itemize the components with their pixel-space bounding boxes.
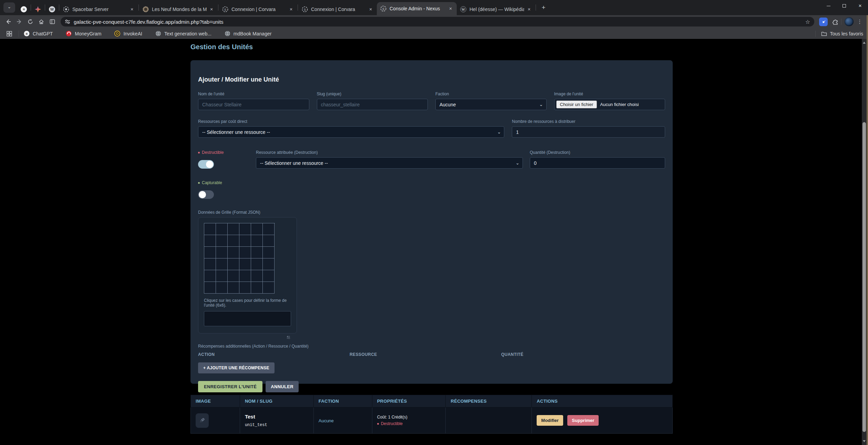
grid-cell[interactable]: [204, 223, 216, 235]
pinned-tab-openai[interactable]: ✳: [17, 3, 30, 15]
grid-cell[interactable]: [251, 235, 263, 247]
field-cost-amount: Nombre de ressources à distribuer: [512, 119, 665, 138]
tab-close-button[interactable]: [448, 6, 453, 11]
tab-search-button[interactable]: [3, 2, 15, 13]
back-button[interactable]: [3, 16, 14, 27]
scrollbar-thumb[interactable]: [862, 122, 866, 432]
tab-hel-wikipedia[interactable]: W Hel (déesse) — Wikipédia: [457, 3, 535, 15]
destruction-qty-input[interactable]: [530, 157, 665, 169]
grid-cell[interactable]: [239, 270, 251, 282]
all-bookmarks-button[interactable]: Tous les favoris: [815, 31, 863, 37]
pinned-tab-gemini[interactable]: [31, 3, 44, 15]
tab-console-admin-nexus-active[interactable]: S Console Admin - Nexus: [377, 2, 457, 15]
grid-cell[interactable]: [204, 258, 216, 270]
address-bar[interactable]: galactic-pve-conquest-c7fe.dev.flatlogic…: [61, 17, 814, 27]
grid-cell[interactable]: [228, 282, 239, 294]
bookmark-chatgpt[interactable]: ✳ ChatGPT: [24, 31, 53, 36]
grid-cell[interactable]: [251, 258, 263, 270]
maximize-button[interactable]: [836, 0, 852, 12]
grid-cell[interactable]: [228, 223, 239, 235]
edit-unit-button[interactable]: Modifier: [537, 415, 563, 426]
grid-json-textarea[interactable]: [204, 311, 291, 326]
faction-select[interactable]: Aucune: [435, 99, 547, 110]
delete-unit-button[interactable]: Supprimer: [567, 415, 599, 426]
cancel-button[interactable]: ANNULER: [266, 381, 299, 392]
bookmark-invokeai[interactable]: InvokeAI: [114, 31, 142, 36]
grid-cell[interactable]: [216, 270, 228, 282]
bookmark-moneygram[interactable]: MoneyGram: [66, 31, 101, 36]
cost-resource-select[interactable]: -- Sélectionner une ressource --: [198, 126, 504, 138]
grid-cell[interactable]: [228, 258, 239, 270]
reload-icon: [27, 19, 33, 25]
scrollbar-up-arrow[interactable]: [862, 41, 867, 45]
grid-cell[interactable]: [263, 270, 275, 282]
page-scrollbar[interactable]: [862, 39, 867, 445]
grid-cell[interactable]: [216, 247, 228, 258]
grid-cell[interactable]: [251, 247, 263, 258]
bookmark-label: ChatGPT: [33, 31, 53, 36]
tab-close-button[interactable]: [129, 7, 135, 12]
side-panel-button[interactable]: [47, 16, 58, 27]
grid-cell[interactable]: [263, 247, 275, 258]
grid-cell[interactable]: [251, 223, 263, 235]
grid-cell[interactable]: [216, 258, 228, 270]
new-tab-button[interactable]: [538, 2, 549, 13]
bookmark-star-icon[interactable]: [805, 19, 810, 25]
grid-cell[interactable]: [216, 282, 228, 294]
tab-close-button[interactable]: [526, 7, 532, 12]
grid-cell[interactable]: [216, 223, 228, 235]
cell-image: [191, 407, 240, 434]
cost-amount-input[interactable]: [512, 126, 665, 138]
svg-text:✳: ✳: [25, 32, 28, 36]
scrollbar-down-arrow[interactable]: [862, 439, 867, 444]
grid-cell[interactable]: [239, 258, 251, 270]
tab-close-button[interactable]: [368, 7, 373, 12]
grid-cell[interactable]: [263, 258, 275, 270]
tab-connexion-corvara-1[interactable]: S Connexion | Corvara: [219, 3, 297, 15]
grid-cell[interactable]: [251, 282, 263, 294]
forward-button[interactable]: [14, 16, 25, 27]
add-reward-button[interactable]: + AJOUTER UNE RÉCOMPENSE: [198, 362, 275, 373]
apps-grid-button[interactable]: [5, 29, 14, 38]
save-unit-button[interactable]: ENREGISTRER L'UNITÉ: [198, 381, 262, 392]
choose-file-button[interactable]: Choisir un fichier: [556, 100, 597, 108]
close-button[interactable]: [852, 0, 868, 12]
reload-button[interactable]: [25, 16, 36, 27]
browser-menu-button[interactable]: [856, 19, 863, 25]
grid-cell[interactable]: [263, 223, 275, 235]
grid-cell[interactable]: [204, 247, 216, 258]
extension-shortcut-button[interactable]: [819, 18, 828, 26]
tab-close-button[interactable]: [209, 7, 214, 12]
grid-cell[interactable]: [239, 247, 251, 258]
grid-cell[interactable]: [239, 235, 251, 247]
grid-cell[interactable]: [251, 270, 263, 282]
grid-cell[interactable]: [204, 282, 216, 294]
bookmark-mdbook-manager[interactable]: mdBook Manager: [225, 31, 272, 36]
home-button[interactable]: [36, 16, 47, 27]
grid-cell[interactable]: [263, 235, 275, 247]
profile-avatar[interactable]: [845, 17, 854, 26]
tab-close-button[interactable]: [288, 7, 294, 12]
grid-cell[interactable]: [216, 235, 228, 247]
grid-cell[interactable]: [239, 223, 251, 235]
destructible-toggle[interactable]: [198, 160, 214, 169]
minimize-button[interactable]: [820, 0, 836, 12]
grid-cell[interactable]: [239, 282, 251, 294]
bookmark-text-generation-webui[interactable]: Text generation web...: [155, 31, 211, 36]
unit-name-input[interactable]: [198, 99, 309, 110]
tab-connexion-corvara-2[interactable]: S Connexion | Corvara: [298, 3, 377, 15]
slug-input[interactable]: [317, 99, 428, 110]
destruction-resource-select[interactable]: -- Sélectionner une ressource --: [256, 157, 523, 169]
capturable-toggle[interactable]: [198, 190, 214, 199]
pinned-tab-wordpress[interactable]: W: [45, 3, 59, 15]
tab-spacebar-server[interactable]: Spacebar Server: [60, 3, 138, 15]
wordpress-logo-icon: W: [49, 6, 55, 13]
grid-cell[interactable]: [263, 282, 275, 294]
extensions-button[interactable]: [830, 16, 841, 27]
grid-cell[interactable]: [228, 270, 239, 282]
grid-cell[interactable]: [228, 235, 239, 247]
tab-neuf-mondes[interactable]: Les Neuf Mondes de la Mytholo: [139, 3, 218, 15]
grid-cell[interactable]: [228, 247, 239, 258]
grid-cell[interactable]: [204, 235, 216, 247]
grid-cell[interactable]: [204, 270, 216, 282]
